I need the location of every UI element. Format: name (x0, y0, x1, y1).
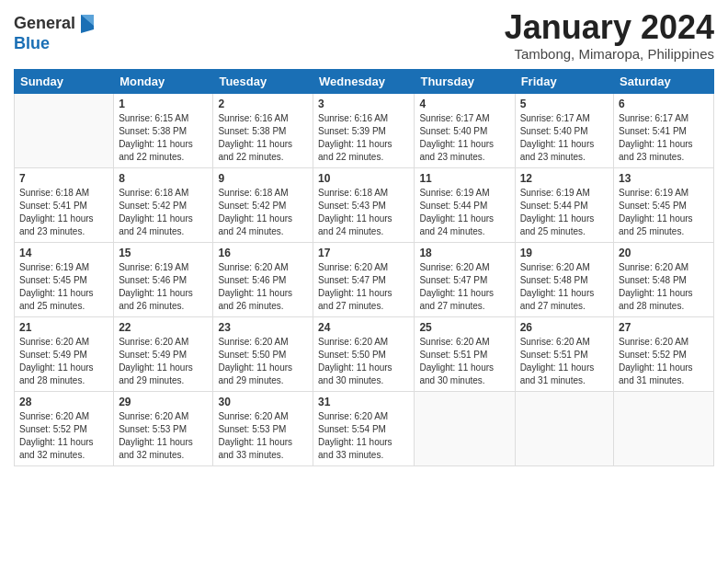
day-info: Sunrise: 6:17 AMSunset: 5:40 PMDaylight:… (520, 112, 609, 164)
calendar-week-row: 21Sunrise: 6:20 AMSunset: 5:49 PMDayligh… (15, 316, 714, 391)
day-info: Sunrise: 6:19 AMSunset: 5:45 PMDaylight:… (19, 261, 108, 313)
calendar-cell: 1Sunrise: 6:15 AMSunset: 5:38 PMDaylight… (114, 93, 213, 167)
logo-general-text: General (14, 15, 75, 33)
calendar-week-row: 28Sunrise: 6:20 AMSunset: 5:52 PMDayligh… (15, 391, 714, 465)
day-info: Sunrise: 6:20 AMSunset: 5:53 PMDaylight:… (119, 410, 208, 462)
calendar-header-saturday: Saturday (614, 69, 714, 93)
day-info: Sunrise: 6:18 AMSunset: 5:42 PMDaylight:… (218, 187, 308, 238)
day-number: 9 (218, 172, 308, 185)
logo-blue-text: Blue (14, 35, 96, 53)
calendar-cell: 20Sunrise: 6:20 AMSunset: 5:48 PMDayligh… (614, 242, 714, 316)
calendar-header-friday: Friday (515, 69, 613, 93)
calendar-subtitle: Tambong, Mimaropa, Philippines (505, 46, 714, 62)
day-number: 15 (119, 247, 208, 259)
day-info: Sunrise: 6:20 AMSunset: 5:47 PMDaylight:… (318, 261, 409, 313)
calendar-week-row: 14Sunrise: 6:19 AMSunset: 5:45 PMDayligh… (15, 242, 714, 316)
day-info: Sunrise: 6:20 AMSunset: 5:50 PMDaylight:… (218, 336, 308, 387)
day-info: Sunrise: 6:20 AMSunset: 5:52 PMDaylight:… (19, 410, 108, 462)
day-number: 14 (19, 247, 108, 259)
calendar-cell: 17Sunrise: 6:20 AMSunset: 5:47 PMDayligh… (313, 242, 415, 316)
day-number: 1 (119, 98, 208, 110)
title-area: January 2024 Tambong, Mimaropa, Philippi… (505, 9, 714, 62)
day-number: 5 (520, 98, 609, 110)
calendar-cell: 22Sunrise: 6:20 AMSunset: 5:49 PMDayligh… (114, 316, 213, 391)
day-number: 23 (218, 321, 308, 334)
day-number: 30 (218, 396, 308, 408)
day-info: Sunrise: 6:20 AMSunset: 5:51 PMDaylight:… (419, 336, 509, 387)
calendar-cell: 8Sunrise: 6:18 AMSunset: 5:42 PMDaylight… (114, 167, 213, 242)
calendar-table: SundayMondayTuesdayWednesdayThursdayFrid… (14, 69, 714, 466)
calendar-cell (515, 391, 613, 465)
calendar-cell: 15Sunrise: 6:19 AMSunset: 5:46 PMDayligh… (114, 242, 213, 316)
day-info: Sunrise: 6:18 AMSunset: 5:41 PMDaylight:… (19, 187, 108, 238)
day-info: Sunrise: 6:20 AMSunset: 5:51 PMDaylight:… (520, 336, 609, 387)
calendar-cell: 21Sunrise: 6:20 AMSunset: 5:49 PMDayligh… (15, 316, 114, 391)
day-number: 28 (19, 396, 108, 408)
day-info: Sunrise: 6:16 AMSunset: 5:38 PMDaylight:… (218, 112, 308, 164)
calendar-cell: 6Sunrise: 6:17 AMSunset: 5:41 PMDaylight… (614, 93, 714, 167)
day-number: 10 (318, 172, 409, 185)
day-info: Sunrise: 6:15 AMSunset: 5:38 PMDaylight:… (119, 112, 208, 164)
calendar-title: January 2024 (505, 9, 714, 46)
calendar-header-row: SundayMondayTuesdayWednesdayThursdayFrid… (15, 69, 714, 93)
day-number: 22 (119, 321, 208, 334)
calendar-cell (614, 391, 714, 465)
day-number: 7 (19, 172, 108, 185)
calendar-header-monday: Monday (114, 69, 213, 93)
day-info: Sunrise: 6:20 AMSunset: 5:46 PMDaylight:… (218, 261, 308, 313)
calendar-cell: 16Sunrise: 6:20 AMSunset: 5:46 PMDayligh… (213, 242, 313, 316)
day-number: 3 (318, 98, 409, 110)
calendar-cell: 26Sunrise: 6:20 AMSunset: 5:51 PMDayligh… (515, 316, 613, 391)
calendar-header-wednesday: Wednesday (313, 69, 415, 93)
calendar-week-row: 7Sunrise: 6:18 AMSunset: 5:41 PMDaylight… (15, 167, 714, 242)
header: General Blue January 2024 Tambong, Mimar… (14, 9, 714, 62)
calendar-cell: 23Sunrise: 6:20 AMSunset: 5:50 PMDayligh… (213, 316, 313, 391)
calendar-cell: 30Sunrise: 6:20 AMSunset: 5:53 PMDayligh… (213, 391, 313, 465)
day-number: 17 (318, 247, 409, 259)
day-number: 18 (419, 247, 509, 259)
day-number: 13 (619, 172, 709, 185)
day-number: 29 (119, 396, 208, 408)
calendar-cell: 12Sunrise: 6:19 AMSunset: 5:44 PMDayligh… (515, 167, 613, 242)
day-number: 11 (419, 172, 509, 185)
day-info: Sunrise: 6:20 AMSunset: 5:49 PMDaylight:… (19, 336, 108, 387)
day-number: 24 (318, 321, 409, 334)
calendar-cell: 25Sunrise: 6:20 AMSunset: 5:51 PMDayligh… (415, 316, 515, 391)
calendar-cell: 11Sunrise: 6:19 AMSunset: 5:44 PMDayligh… (415, 167, 515, 242)
day-info: Sunrise: 6:19 AMSunset: 5:44 PMDaylight:… (520, 187, 609, 238)
day-info: Sunrise: 6:19 AMSunset: 5:44 PMDaylight:… (419, 187, 509, 238)
day-info: Sunrise: 6:20 AMSunset: 5:52 PMDaylight:… (619, 336, 709, 387)
day-info: Sunrise: 6:20 AMSunset: 5:50 PMDaylight:… (318, 336, 409, 387)
calendar-cell (15, 93, 114, 167)
day-number: 19 (520, 247, 609, 259)
day-info: Sunrise: 6:20 AMSunset: 5:54 PMDaylight:… (318, 410, 409, 462)
calendar-cell: 13Sunrise: 6:19 AMSunset: 5:45 PMDayligh… (614, 167, 714, 242)
calendar-header-sunday: Sunday (15, 69, 114, 93)
logo: General Blue (14, 13, 96, 53)
day-number: 16 (218, 247, 308, 259)
calendar-cell: 2Sunrise: 6:16 AMSunset: 5:38 PMDaylight… (213, 93, 313, 167)
calendar-cell: 27Sunrise: 6:20 AMSunset: 5:52 PMDayligh… (614, 316, 714, 391)
day-number: 20 (619, 247, 709, 259)
calendar-cell: 9Sunrise: 6:18 AMSunset: 5:42 PMDaylight… (213, 167, 313, 242)
calendar-header-tuesday: Tuesday (213, 69, 313, 93)
calendar-cell (415, 391, 515, 465)
day-info: Sunrise: 6:17 AMSunset: 5:41 PMDaylight:… (619, 112, 709, 164)
day-number: 6 (619, 98, 709, 110)
calendar-cell: 5Sunrise: 6:17 AMSunset: 5:40 PMDaylight… (515, 93, 613, 167)
calendar-cell: 14Sunrise: 6:19 AMSunset: 5:45 PMDayligh… (15, 242, 114, 316)
day-number: 2 (218, 98, 308, 110)
day-info: Sunrise: 6:18 AMSunset: 5:42 PMDaylight:… (119, 187, 208, 238)
day-number: 26 (520, 321, 609, 334)
day-info: Sunrise: 6:20 AMSunset: 5:53 PMDaylight:… (218, 410, 308, 462)
day-info: Sunrise: 6:20 AMSunset: 5:47 PMDaylight:… (419, 261, 509, 313)
day-info: Sunrise: 6:16 AMSunset: 5:39 PMDaylight:… (318, 112, 409, 164)
day-info: Sunrise: 6:19 AMSunset: 5:45 PMDaylight:… (619, 187, 709, 238)
day-number: 4 (419, 98, 509, 110)
day-number: 31 (318, 396, 409, 408)
day-info: Sunrise: 6:18 AMSunset: 5:43 PMDaylight:… (318, 187, 409, 238)
day-number: 25 (419, 321, 509, 334)
logo-icon (77, 13, 96, 35)
calendar-cell: 29Sunrise: 6:20 AMSunset: 5:53 PMDayligh… (114, 391, 213, 465)
day-info: Sunrise: 6:17 AMSunset: 5:40 PMDaylight:… (419, 112, 509, 164)
